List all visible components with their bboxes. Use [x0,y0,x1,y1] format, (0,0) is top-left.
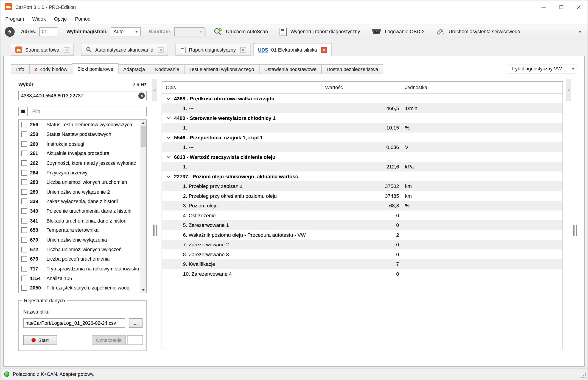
menu-item[interactable]: Pomoc [71,15,94,23]
block-list-item[interactable]: 261 Aktualnie trwająca procedura [19,149,140,158]
tab-strona-startowa[interactable]: Strona startowa [11,44,74,56]
block-checkbox[interactable] [21,208,27,214]
block-list-item[interactable]: 262 Czynności, które należy jeszcze wyko… [19,158,140,168]
chevron-down-icon[interactable] [166,117,170,119]
chevron-down-icon[interactable] [166,175,170,178]
chevron-down-icon[interactable] [166,156,170,158]
report-button[interactable]: OBD Wygeneruj raport diagnostyczny [276,26,363,37]
service-assistant-button[interactable]: Uruchom asystenta serwisowego [433,26,523,38]
menu-item[interactable]: Widok [28,15,50,23]
maximize-button[interactable] [552,0,570,14]
resize-grip[interactable] [581,373,587,379]
block-list-item[interactable]: 258 Status Nastaw podstawowych [19,130,140,139]
subtab[interactable]: Info [11,64,29,74]
tab-close-button[interactable] [240,47,246,53]
block-checkbox[interactable] [21,275,27,281]
subtab[interactable]: Kodowanie [150,64,185,74]
block-checkbox[interactable] [21,237,27,243]
subtab[interactable]: Bloki pomiarowe [72,63,118,74]
block-checkbox[interactable] [21,285,27,291]
autoscan-button[interactable]: Uruchom AutoScan [210,26,271,38]
mark-value-input[interactable] [127,335,143,345]
menu-item[interactable]: Program [1,15,28,23]
block-checkbox[interactable] [21,141,27,147]
clear-selection-button[interactable] [138,93,145,99]
block-checkbox[interactable] [21,122,27,128]
block-list-item[interactable]: 289 Uniemożliwione wyłączenie 2 [19,187,140,197]
chevron-down-icon[interactable] [166,136,170,139]
block-list-item[interactable]: 283 Liczba uniemożliwionych uruchomień [19,177,140,187]
scroll-up-button[interactable] [140,120,146,126]
start-recording-button[interactable]: Start [23,335,57,345]
scroll-down-button[interactable] [140,287,146,293]
tab-elektronika-silnika[interactable]: UDS 01 Elektronika silnika [253,43,332,56]
subtab[interactable]: 2 Kody błędów [29,64,73,74]
block-list-item[interactable]: 264 Przyczyna przerwy [19,168,140,177]
block-list-item[interactable]: 1154 Analiza 106 [19,273,140,283]
value-number: 37502 [321,183,402,189]
block-label: Temperatura sterownika [47,227,99,233]
tab-close-button[interactable] [64,47,69,53]
selection-input[interactable] [18,91,147,100]
block-list-item[interactable]: 341 Blokada uruchomienia, dane z histori… [19,216,140,226]
measurement-group-row[interactable]: 5546 - Przepustnica, czujnik 1, rząd 1 [162,133,563,142]
block-list-item[interactable]: 340 Polecenie uruchomienia, dane z histo… [19,206,140,216]
tab-raport-diagnostyczny[interactable]: OBD Raport diagnostyczny [175,44,250,56]
adres-input[interactable] [40,27,57,36]
block-list-item[interactable]: 260 Instrukcja obsługi [19,139,140,149]
scrollbar-thumb[interactable] [141,126,146,147]
block-list-item[interactable]: 717 Tryb sprawdzania na rolkowym stanowi… [19,264,140,273]
subtab[interactable]: Adaptacja [118,64,150,74]
block-checkbox[interactable] [21,218,27,224]
block-checkbox[interactable] [21,199,27,205]
collapse-right-panel-button[interactable]: < [566,79,571,101]
block-list-item[interactable]: 670 Uniemożliwienie wyłączenia [19,235,140,245]
connect-button[interactable] [5,27,15,37]
toolbar-overflow-button[interactable]: » [577,29,583,35]
obd2-logging-button[interactable]: Logowanie OBD-2 [368,26,428,37]
block-list-item[interactable]: 339 Zakaz wyłączenia, dane z historii [19,197,140,206]
block-checkbox[interactable] [21,131,27,137]
block-checkbox[interactable] [21,227,27,233]
right-splitter-handle[interactable] [573,225,577,236]
select-toggle-button[interactable] [18,107,28,116]
filter-input[interactable] [30,107,147,116]
collapse-left-panel-button[interactable]: < [152,79,157,101]
measurement-group-row[interactable]: 4400 - Sterowanie wentylatora chłodnicy … [162,113,563,123]
chevron-down-icon[interactable] [166,97,170,100]
block-list-item[interactable]: 673 Liczba poleceń uruchomienia [19,254,140,264]
block-checkbox[interactable] [21,189,27,195]
measurement-group-row[interactable]: 22737 - Poziom oleju silnikowego, aktual… [162,171,563,181]
tab-automatyczne-skanowanie[interactable]: Automatyczne skanowanie [81,44,168,56]
diagnostic-mode-select[interactable]: Tryb diagnostyczny VW [508,64,577,73]
close-button[interactable] [570,0,588,14]
block-label: Liczba uniemożliwionych wyłączeń [47,247,122,252]
bus-select[interactable]: Auto [111,27,141,36]
subtab[interactable]: Ustawienia podstawowe [259,64,322,74]
log-file-input[interactable] [23,318,125,328]
close-icon [323,49,325,51]
block-list-item[interactable]: 672 Liczba uniemożliwionych wyłączeń [19,245,140,254]
block-list-item[interactable]: 2050 Filtr cząstek stałych, zapełnienie … [19,283,140,293]
block-checkbox[interactable] [21,179,27,185]
block-checkbox[interactable] [21,266,27,272]
tab-close-button[interactable] [158,47,163,53]
measurement-group-row[interactable]: 6013 - Wartość rzeczywista ciśnienia ole… [162,152,563,162]
subtab[interactable]: Dostęp bezpieczeństwa [321,64,383,74]
browse-button[interactable]: ... [129,318,143,328]
block-list-item[interactable]: 256 Status Testu elementów wykonawczych [19,120,140,130]
left-splitter-handle[interactable] [153,225,157,236]
measurement-group-row[interactable]: 4388 - Prędkość obrotowa wałka rozrządu [162,94,563,103]
list-scrollbar[interactable] [140,120,146,293]
block-checkbox[interactable] [21,160,27,166]
value-description: 8. Zarezerwowane 3 [162,251,321,257]
block-checkbox[interactable] [21,151,27,156]
minimize-button[interactable] [535,0,552,14]
block-checkbox[interactable] [21,170,27,175]
block-checkbox[interactable] [21,247,27,252]
tab-close-button[interactable] [321,47,327,53]
subtab[interactable]: Test elementu wykonawczego [184,64,259,74]
block-list-item[interactable]: 653 Temperatura sterownika [19,226,140,235]
block-checkbox[interactable] [21,256,27,262]
menu-item[interactable]: Opcje [50,15,71,23]
